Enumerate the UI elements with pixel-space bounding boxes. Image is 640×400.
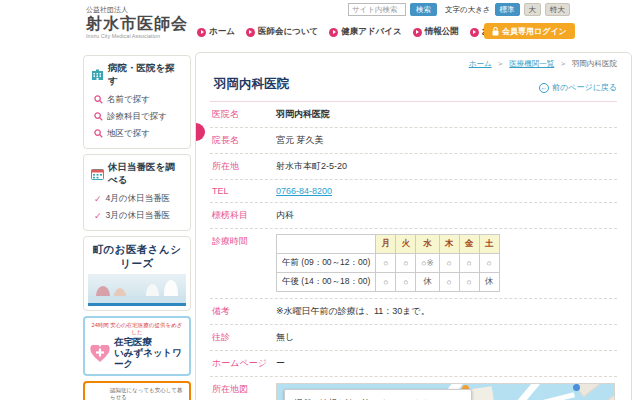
site-search-input[interactable] <box>348 3 406 16</box>
schedule-cell: ○ <box>439 254 459 273</box>
org-type: 公益社団法人 <box>86 5 188 15</box>
schedule-cell: ○ <box>376 254 396 273</box>
schedule-header-row: 月 火 水 木 金 土 <box>277 235 500 254</box>
breadcrumb-clinic-list-link[interactable]: 医療機関一覧 <box>509 59 554 68</box>
font-size-large-button[interactable]: 大 <box>524 3 542 16</box>
site-logo[interactable]: 公益社団法人 射水市医師会 Imizu City Medical Associa… <box>86 5 188 39</box>
location-map[interactable]: 242 鮮魚店 場所の情報を読み込めませんでした <box>276 383 615 400</box>
nav-arrow-icon <box>197 28 206 37</box>
sidebar-link-search-by-area[interactable]: 地区で探す <box>91 125 183 142</box>
title-row: 羽岡内科医院 ← 前のページに戻る <box>210 76 617 102</box>
map-poi-dot <box>573 384 580 391</box>
lock-icon <box>492 27 499 36</box>
detail-row-remarks: 備考 ※水曜日午前の診療は、11：30まで。 <box>210 299 617 325</box>
schedule-cell: ○ <box>459 273 479 292</box>
back-link-label: 前のページに戻る <box>552 82 617 93</box>
calendar-icon <box>91 168 104 180</box>
search-icon <box>94 129 103 138</box>
schedule-cell: ○ <box>439 273 459 292</box>
schedule-table: 月 火 水 木 金 土 午前 (09：00～12：00) ○ ○ ○※ ○ ○ … <box>276 234 500 292</box>
font-size-xlarge-button[interactable]: 特大 <box>545 3 570 16</box>
nav-item-label: 健康アドバイス <box>341 26 402 38</box>
detail-label: 院長名 <box>212 134 276 147</box>
nav-item-label: 情報公開 <box>425 26 459 38</box>
detail-row-homepage: ホームページ ー <box>210 351 617 377</box>
check-icon: ✓ <box>94 211 102 221</box>
site-header: 公益社団法人 射水市医師会 Imizu City Medical Associa… <box>0 0 640 50</box>
sidebar-link-duty-april[interactable]: ✓ 4月の休日当番医 <box>91 190 183 207</box>
schedule-row-afternoon: 午後 (14：00～18：00) ○ ○ 休 ○ ○ 休 <box>277 273 500 292</box>
nav-item-disclosure[interactable]: 情報公開 <box>413 26 459 38</box>
series-banner-photo <box>88 274 186 306</box>
map-error-dialog: 場所の情報を読み込めませんでした <box>284 389 472 400</box>
heart-icon <box>90 345 110 363</box>
utility-bar: 検索 文字の大きさ 標準 大 特大 <box>348 3 570 16</box>
day-header: 火 <box>396 235 416 254</box>
hospital-icon <box>91 69 104 81</box>
detail-row-schedule: 診療時間 月 火 水 木 金 土 午前 (09：00～12：00) ○ ○ ○※… <box>210 229 617 299</box>
search-icon <box>94 112 103 121</box>
nav-arrow-icon <box>246 28 255 37</box>
back-to-previous-link[interactable]: ← 前のページに戻る <box>539 82 617 93</box>
sidebar-link-duty-march[interactable]: ✓ 3月の休日当番医 <box>91 207 183 224</box>
detail-label: 診療時間 <box>212 235 276 248</box>
detail-label: 医院名 <box>212 108 276 121</box>
dementia-tagline1: 認知症になっても安心して暮らせる <box>110 387 184 400</box>
schedule-cell: 休 <box>416 273 439 292</box>
schedule-time: 午前 (09：00～12：00) <box>277 254 376 273</box>
tel-link[interactable]: 0766-84-8200 <box>276 186 332 196</box>
detail-row-clinic-name: 医院名 羽岡内科医院 <box>210 102 617 128</box>
breadcrumb-separator: ＞ <box>497 59 505 68</box>
detail-label: 所在地図 <box>212 383 276 396</box>
breadcrumb-current: 羽岡内科医院 <box>572 59 617 68</box>
detail-row-map: 所在地図 242 鮮魚店 場所の情報を読み込めませんでした <box>210 377 617 400</box>
breadcrumb: ホーム ＞ 医療機関一覧 ＞ 羽岡内科医院 <box>210 59 617 69</box>
font-size-label: 文字の大きさ <box>445 5 491 15</box>
sidebar-link-search-by-name[interactable]: 名前で探す <box>91 91 183 108</box>
site-search-button[interactable]: 検索 <box>410 3 437 16</box>
schedule-cell: ○ <box>479 254 499 273</box>
detail-value: 射水市本町2-5-20 <box>276 160 347 173</box>
schedule-time: 午後 (14：00～18：00) <box>277 273 376 292</box>
nav-item-about[interactable]: 医師会について <box>246 26 318 38</box>
title-accent-dot <box>195 123 205 141</box>
sidebar: 病院・医院を探す 名前で探す 診療科目で探す 地区で探す <box>83 55 191 400</box>
sidebar-banner-homecare-network[interactable]: 24時間 安心の在宅医療の提供をめざした 在宅医療 いみずネットワーク <box>83 316 191 376</box>
main-nav: ホーム 医師会について 健康アドバイス 情報公開 お知らせ <box>197 26 516 38</box>
homecare-line2: いみずネットワーク <box>114 348 184 370</box>
check-icon: ✓ <box>94 194 102 204</box>
detail-row-address: 所在地 射水市本町2-5-20 <box>210 154 617 180</box>
page-title: 羽岡内科医院 <box>210 76 289 93</box>
schedule-cell: 休 <box>479 273 499 292</box>
schedule-cell: ○ <box>396 254 416 273</box>
schedule-cell: ○ <box>459 254 479 273</box>
sidebar-duty-box: 休日当番医を調べる ✓ 4月の休日当番医 ✓ 3月の休日当番医 <box>83 154 191 231</box>
day-header: 水 <box>416 235 439 254</box>
sidebar-search-box: 病院・医院を探す 名前で探す 診療科目で探す 地区で探す <box>83 55 191 149</box>
font-size-standard-button[interactable]: 標準 <box>495 3 520 16</box>
breadcrumb-home-link[interactable]: ホーム <box>469 59 492 68</box>
detail-value: 無し <box>276 331 294 344</box>
nav-item-home[interactable]: ホーム <box>197 26 235 38</box>
detail-label: 所在地 <box>212 160 276 173</box>
sidebar-banner-dementia-support[interactable]: ？ 認知症になっても安心して暮らせる まちづくりを目指して 認知症サポートナビ <box>83 381 191 400</box>
detail-row-tel: TEL 0766-84-8200 <box>210 180 617 203</box>
detail-value: 内科 <box>276 209 294 222</box>
org-name: 射水市医師会 <box>86 15 188 33</box>
member-login-label: 会員専用ログイン <box>502 26 567 37</box>
schedule-cell: ○ <box>396 273 416 292</box>
day-header: 月 <box>376 235 396 254</box>
detail-label: 往診 <box>212 331 276 344</box>
detail-label: 備考 <box>212 305 276 318</box>
member-login-button[interactable]: 会員専用ログイン <box>484 23 575 39</box>
homecare-tagline: 24時間 安心の在宅医療の提供をめざした <box>90 322 184 335</box>
clinic-detail-panel: ホーム ＞ 医療機関一覧 ＞ 羽岡内科医院 羽岡内科医院 ← 前のページに戻る … <box>195 52 632 400</box>
nav-item-health-advice[interactable]: 健康アドバイス <box>329 26 402 38</box>
sidebar-link-search-by-department[interactable]: 診療科目で探す <box>91 108 183 125</box>
search-icon <box>94 95 103 104</box>
sidebar-banner-town-doctor-series[interactable]: 町のお医者さんシリーズ <box>83 236 191 311</box>
nav-item-label: 医師会について <box>258 26 318 38</box>
detail-value: ー <box>276 357 285 370</box>
detail-value: 羽岡内科医院 <box>276 108 330 121</box>
schedule-row-morning: 午前 (09：00～12：00) ○ ○ ○※ ○ ○ ○ <box>277 254 500 273</box>
